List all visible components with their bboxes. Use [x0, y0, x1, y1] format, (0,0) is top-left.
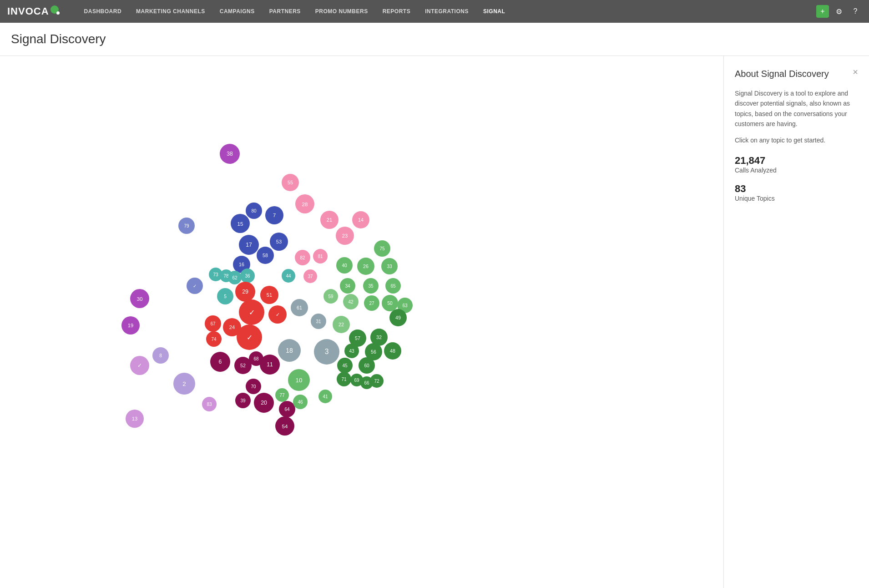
info-panel: About Signal Discovery × Signal Discover… — [723, 56, 869, 588]
bubble-b72[interactable]: 72 — [370, 374, 384, 388]
nav-item-promo-numbers[interactable]: PROMO NUMBERS — [308, 0, 375, 23]
bubble-b45[interactable]: 45 — [337, 358, 353, 373]
nav-items: DASHBOARDMARKETING CHANNELSCAMPAIGNSPART… — [77, 0, 816, 23]
nav-actions: + ⚙ ? — [816, 5, 862, 18]
bubble-b81[interactable]: 81 — [313, 249, 328, 264]
bubble-b54[interactable]: 54 — [275, 416, 294, 436]
bubble-b55[interactable]: 55 — [282, 174, 299, 191]
top-navigation: INVOCA DASHBOARDMARKETING CHANNELSCAMPAI… — [0, 0, 869, 23]
bubble-b77[interactable]: 77 — [275, 388, 289, 402]
stat-block: 83 Unique Topics — [735, 183, 858, 202]
bubble-canvas: 3855282114798015723751753588281402633167… — [0, 56, 723, 588]
bubble-b7[interactable]: 7 — [265, 206, 283, 224]
stat-label: Unique Topics — [735, 195, 858, 202]
bubble-b28[interactable]: 28 — [295, 194, 314, 213]
bubble-b80[interactable]: 80 — [246, 203, 262, 219]
bubble-b82[interactable]: 82 — [295, 250, 310, 265]
bubble-b20[interactable]: 20 — [254, 393, 274, 413]
bubble-bcheckl[interactable]: ✓ — [187, 278, 203, 294]
bubble-b18[interactable]: 18 — [278, 339, 301, 362]
bubble-b51[interactable]: 51 — [260, 286, 278, 304]
page-title: Signal Discovery — [11, 32, 858, 46]
page-header: Signal Discovery — [0, 23, 869, 56]
stat-label: Calls Analyzed — [735, 167, 858, 174]
stat-number: 21,847 — [735, 155, 858, 167]
bubble-b79[interactable]: 79 — [178, 218, 195, 234]
nav-item-dashboard[interactable]: DASHBOARD — [77, 0, 129, 23]
bubble-bcheck3[interactable]: ✓ — [268, 305, 287, 324]
bubble-b71[interactable]: 71 — [337, 372, 351, 386]
nav-item-signal[interactable]: SIGNAL — [476, 0, 512, 23]
bubble-b14[interactable]: 14 — [352, 211, 369, 228]
bubble-b46[interactable]: 46 — [293, 395, 308, 409]
chart-area[interactable]: 3855282114798015723751753588281402633167… — [0, 56, 723, 588]
logo[interactable]: INVOCA — [7, 5, 59, 17]
bubble-b5[interactable]: 5 — [217, 288, 233, 304]
bubble-b40[interactable]: 40 — [336, 257, 353, 274]
bubble-b67[interactable]: 67 — [205, 315, 221, 332]
bubble-b41[interactable]: 41 — [318, 390, 332, 403]
bubble-b83[interactable]: 83 — [202, 397, 217, 411]
bubble-b62[interactable]: 62 — [228, 271, 242, 284]
bubble-b39[interactable]: 39 — [235, 393, 251, 408]
settings-button[interactable]: ⚙ — [833, 5, 845, 18]
bubble-b44[interactable]: 44 — [282, 269, 295, 283]
bubble-b42[interactable]: 42 — [343, 294, 359, 309]
bubble-b60[interactable]: 60 — [359, 357, 375, 374]
nav-item-marketing-channels[interactable]: MARKETING CHANNELS — [129, 0, 212, 23]
bubble-b13[interactable]: 13 — [126, 410, 144, 428]
info-panel-close-button[interactable]: × — [853, 67, 858, 77]
bubble-b15[interactable]: 15 — [231, 214, 250, 233]
bubble-b23[interactable]: 23 — [336, 227, 354, 245]
info-panel-title: About Signal Discovery — [735, 69, 858, 79]
help-button[interactable]: ? — [849, 5, 862, 18]
bubble-b48[interactable]: 48 — [384, 342, 401, 360]
bubble-b6[interactable]: 6 — [210, 352, 230, 372]
bubble-b8[interactable]: 8 — [152, 347, 169, 364]
bubble-b10[interactable]: 10 — [288, 369, 310, 391]
add-button[interactable]: + — [816, 5, 829, 18]
info-panel-description: Signal Discovery is a tool to explore an… — [735, 88, 858, 129]
bubble-b21[interactable]: 21 — [320, 211, 339, 229]
nav-item-reports[interactable]: REPORTS — [375, 0, 418, 23]
bubble-bcheck4[interactable]: ✓ — [237, 324, 262, 350]
stat-number: 83 — [735, 183, 858, 195]
bubble-b37[interactable]: 37 — [303, 269, 317, 283]
bubble-b58[interactable]: 58 — [257, 247, 274, 264]
bubble-b35[interactable]: 35 — [363, 278, 379, 294]
bubble-b53[interactable]: 53 — [270, 233, 288, 251]
bubble-b43[interactable]: 43 — [344, 344, 359, 358]
bubble-b75[interactable]: 75 — [374, 240, 390, 257]
bubble-b36[interactable]: 36 — [240, 269, 255, 283]
bubble-bcheck5[interactable]: ✓ — [130, 356, 149, 375]
info-panel-cta: Click on any topic to get started. — [735, 137, 858, 144]
bubble-b22[interactable]: 22 — [333, 316, 350, 333]
bubble-b26[interactable]: 26 — [357, 258, 374, 275]
bubble-b19[interactable]: 19 — [121, 316, 140, 335]
bubble-bcheck2[interactable]: ✓ — [239, 299, 264, 325]
logo-text: INVOCA — [7, 5, 49, 17]
bubble-b3[interactable]: 3 — [314, 339, 339, 365]
bubble-b65[interactable]: 65 — [385, 278, 401, 294]
bubble-b49[interactable]: 49 — [389, 309, 407, 326]
bubble-b2[interactable]: 2 — [173, 373, 195, 395]
bubble-b38[interactable]: 38 — [220, 144, 240, 164]
bubble-b74[interactable]: 74 — [206, 331, 222, 347]
bubble-b27[interactable]: 27 — [364, 295, 379, 311]
nav-item-partners[interactable]: PARTNERS — [262, 0, 308, 23]
bubble-b59[interactable]: 59 — [323, 289, 338, 304]
bubble-b29[interactable]: 29 — [235, 282, 255, 302]
stat-block: 21,847 Calls Analyzed — [735, 155, 858, 174]
bubble-b31[interactable]: 31 — [311, 314, 326, 329]
bubble-b30[interactable]: 30 — [130, 289, 149, 308]
nav-item-campaigns[interactable]: CAMPAIGNS — [212, 0, 262, 23]
bubble-b33[interactable]: 33 — [381, 258, 398, 274]
bubble-b70[interactable]: 70 — [246, 379, 261, 394]
logo-bubble-icon — [51, 5, 59, 14]
main-content: 3855282114798015723751753588281402633167… — [0, 56, 869, 588]
bubble-b34[interactable]: 34 — [340, 278, 355, 294]
bubble-b17[interactable]: 17 — [239, 235, 259, 255]
bubble-b61[interactable]: 61 — [291, 299, 308, 316]
bubble-b11[interactable]: 11 — [260, 355, 280, 375]
nav-item-integrations[interactable]: INTEGRATIONS — [418, 0, 476, 23]
